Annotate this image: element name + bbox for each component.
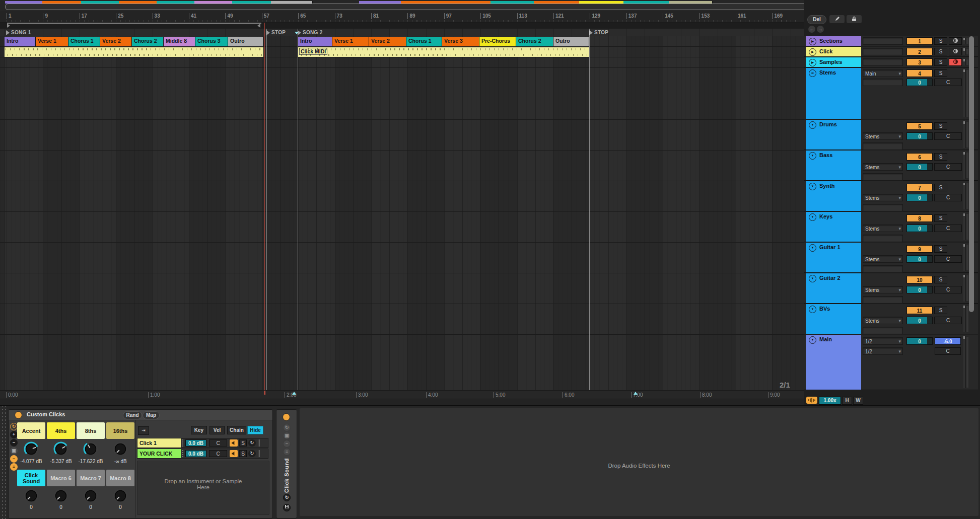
solo-button[interactable]: S	[934, 276, 947, 283]
locator-marker-icon[interactable]	[6, 30, 10, 35]
track-lane-guitar-1[interactable]	[0, 243, 804, 273]
io-empty-box[interactable]	[863, 58, 903, 66]
track-lane-drums[interactable]	[0, 120, 804, 151]
macro-label-16ths[interactable]: 16ths	[106, 422, 134, 439]
fold-track-icon[interactable]: ▼	[809, 183, 816, 190]
clip-middle-8[interactable]: Middle 8	[164, 37, 195, 46]
audition-waveform-icon[interactable]	[806, 397, 817, 404]
save-preset-icon[interactable]	[283, 504, 291, 511]
track-volume-field[interactable]: 0	[906, 163, 933, 171]
map-button[interactable]: Map	[143, 411, 160, 419]
clip-chorus-3[interactable]: Chorus 3	[195, 37, 228, 46]
loop-end-handle[interactable]	[257, 24, 260, 28]
chain-row-click-1[interactable]: Click 10.0 dBCS↻	[137, 438, 268, 448]
hot-swap-icon[interactable]: ↻	[283, 494, 291, 501]
macro-label-macro-6[interactable]: Macro 6	[47, 470, 75, 486]
fold-track-icon[interactable]: ▼	[809, 336, 816, 344]
track-volume-field[interactable]: 0	[906, 132, 933, 140]
pan-button[interactable]: C	[934, 163, 962, 171]
pan-button[interactable]: C	[934, 79, 962, 86]
solo-button[interactable]: S	[934, 122, 947, 130]
track-width-button[interactable]: W	[853, 397, 863, 405]
chain-volume-field[interactable]: 0.0 dB	[185, 439, 206, 447]
locator-label[interactable]: STOP	[271, 30, 286, 35]
fold-track-icon[interactable]: ≡	[809, 69, 816, 77]
clip-chorus-1[interactable]: Chorus 1	[68, 37, 100, 46]
io-routing-select[interactable]: Stems▾	[863, 317, 903, 324]
clip-chorus-1[interactable]: Chorus 1	[406, 37, 442, 46]
instrument-drop-zone[interactable]: Drop an Instrument or Sample Here	[137, 461, 269, 515]
io-routing-select[interactable]: Stems▾	[863, 286, 903, 293]
clip-intro[interactable]: Intro	[298, 37, 332, 46]
track-number-badge[interactable]: 9	[906, 245, 933, 253]
rand-button[interactable]: Rand	[123, 411, 142, 419]
arm-record-icon[interactable]	[949, 37, 962, 45]
track-lane-guitar-2[interactable]	[0, 273, 804, 304]
add-macro-icon[interactable]: +	[10, 431, 18, 438]
track-gain-field[interactable]: -6.0	[935, 337, 961, 345]
track-volume-field[interactable]: 0	[906, 255, 933, 263]
locator-marker-icon[interactable]	[266, 30, 270, 35]
io-empty-box[interactable]	[863, 173, 903, 181]
fold-track-icon[interactable]: ▼	[809, 306, 816, 313]
track-volume-field[interactable]: 0	[906, 286, 933, 293]
pan-button[interactable]: C	[934, 194, 962, 201]
clip-outro[interactable]: Outro	[228, 37, 263, 46]
chain-zones-button[interactable]: Chain	[227, 426, 246, 434]
chain-name[interactable]: Click 1	[137, 438, 181, 448]
track-number-badge[interactable]: 2	[906, 48, 933, 55]
track-name-block-drums[interactable]: ▼Drums	[806, 120, 861, 150]
unfold-track-icon[interactable]: ▶	[809, 59, 816, 66]
chain-solo-button[interactable]: S	[239, 439, 247, 447]
chain-name[interactable]: YOUR CLICK	[137, 449, 181, 458]
track-volume-field[interactable]: 0	[906, 337, 933, 345]
locator-label[interactable]: STOP	[594, 30, 608, 35]
track-height-button[interactable]: H	[842, 397, 852, 405]
pan-button[interactable]: C	[934, 317, 962, 324]
track-name-block-synth[interactable]: ▼Synth	[806, 181, 861, 211]
clip-verse-2[interactable]: Verse 2	[100, 37, 132, 46]
chain-speaker-icon[interactable]	[230, 439, 238, 447]
unfold-track-icon[interactable]: ▶	[809, 48, 816, 56]
device-activator-icon[interactable]	[15, 411, 22, 419]
io-routing-select[interactable]: 1/2▾	[863, 337, 903, 345]
track-lane-bass[interactable]	[0, 151, 804, 181]
solo-button[interactable]: S	[934, 153, 947, 161]
io-empty-box[interactable]	[863, 235, 903, 242]
chain-volume-field[interactable]: 0.0 dB	[185, 450, 206, 457]
fold-track-icon[interactable]: ▼	[809, 275, 816, 282]
chain-pan-field[interactable]: C	[209, 450, 227, 457]
macro-label-4ths[interactable]: 4ths	[47, 422, 75, 439]
key-zones-button[interactable]: Key	[191, 426, 207, 434]
io-empty-box[interactable]	[863, 327, 903, 334]
track-name-block-guitar-2[interactable]: ▼Guitar 2	[806, 273, 861, 303]
io-routing-select[interactable]: Main▾	[863, 69, 903, 77]
track-volume-field[interactable]: 0	[906, 317, 933, 324]
io-routing-select[interactable]: Stems▾	[863, 255, 903, 263]
solo-button[interactable]: S	[934, 245, 947, 253]
track-lane-stems[interactable]	[0, 68, 804, 120]
io-empty-box[interactable]	[863, 37, 903, 45]
clip-outro[interactable]: Outro	[553, 37, 589, 46]
forward-arrow-icon[interactable]: →	[817, 26, 824, 33]
chain-speaker-icon[interactable]	[230, 450, 238, 457]
track-lane-keys[interactable]	[0, 212, 804, 243]
solo-button[interactable]: S	[934, 69, 947, 77]
clip-verse-2[interactable]: Verse 2	[369, 37, 406, 46]
track-number-badge[interactable]: 4	[906, 69, 933, 77]
unfold-track-icon[interactable]: ▶	[809, 38, 816, 45]
macro-label-macro-8[interactable]: Macro 8	[106, 470, 134, 486]
clip-verse-3[interactable]: Verse 3	[442, 37, 479, 46]
chain-drag-handle[interactable]	[182, 439, 183, 447]
track-volume-field[interactable]: 0	[906, 225, 933, 232]
chain-hot-swap-icon[interactable]: ↻	[248, 439, 256, 447]
track-number-badge[interactable]: 7	[906, 184, 933, 191]
pan-button[interactable]: C	[935, 347, 961, 355]
delete-button[interactable]: Del	[807, 15, 826, 24]
track-number-badge[interactable]: 8	[906, 214, 933, 222]
solo-button[interactable]: S	[934, 58, 947, 66]
overview-zoom-selector[interactable]	[5, 4, 905, 10]
track-lane-bvs[interactable]	[0, 304, 804, 335]
macro-knob-8[interactable]	[111, 487, 130, 505]
locator-label[interactable]: SONG 1	[11, 30, 31, 35]
